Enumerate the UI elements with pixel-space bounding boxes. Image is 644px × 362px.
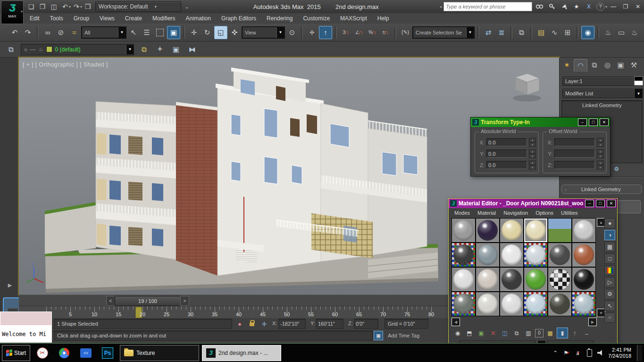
select-and-manipulate-icon[interactable]: ✜ xyxy=(228,26,241,39)
z-coord-field[interactable]: 0'0" xyxy=(354,319,378,329)
snipping-tool-icon[interactable]: ✂ xyxy=(33,345,52,361)
open-file-icon[interactable]: ❐ xyxy=(37,1,48,12)
off-z-field[interactable] xyxy=(554,161,595,169)
material-slot[interactable] xyxy=(572,292,595,316)
material-editor-titlebar[interactable]: Ӡ Material Editor - _Door Apriori N09021… xyxy=(449,199,617,208)
scene-explorer-icon[interactable]: ▤ xyxy=(535,26,547,39)
assign-material-to-selection-icon[interactable]: ▣ xyxy=(476,328,486,338)
x-coord-field[interactable]: -182'10" xyxy=(278,319,306,329)
photoshop-icon[interactable]: Ps xyxy=(98,345,117,361)
show-material-in-viewport-icon[interactable]: ▦ xyxy=(545,328,555,338)
rollout-linked-geometry[interactable]: - Linked Geometry xyxy=(561,185,642,194)
menu-animation[interactable]: Animation xyxy=(181,14,216,23)
select-by-material-icon[interactable]: ↖ xyxy=(604,301,615,311)
menu-create[interactable]: Create xyxy=(120,14,147,23)
material-slot[interactable] xyxy=(476,268,499,291)
percent-snap-toggle-icon[interactable]: %∩ xyxy=(366,26,378,39)
dialog-minimize-button[interactable]: – xyxy=(578,118,587,126)
tab-hierarchy-icon[interactable]: ⧉ xyxy=(588,59,601,71)
workspace-dropdown[interactable]: Workspace: Default ▾ xyxy=(95,1,181,12)
put-material-to-scene-icon[interactable]: ⬒ xyxy=(464,328,475,338)
start-button[interactable]: Start xyxy=(2,345,30,361)
battery-icon[interactable] xyxy=(585,349,593,357)
make-preview-icon[interactable]: ▷ xyxy=(604,277,615,287)
material-options-icon[interactable]: ⚙ xyxy=(604,289,615,299)
material-slot[interactable] xyxy=(572,243,595,267)
chrome-icon[interactable] xyxy=(55,345,74,361)
network-icon[interactable]: ᵢ𝅛✕ xyxy=(574,350,582,356)
layer-manager-icon[interactable]: ⧉ xyxy=(515,26,527,39)
menu-modifiers[interactable]: Modifiers xyxy=(147,14,181,23)
object-name-field[interactable]: Layer:1 xyxy=(562,76,637,86)
add-time-tag-field[interactable]: Add Time Tag xyxy=(385,330,428,341)
menu-maxscript[interactable]: MAXScript xyxy=(335,14,372,23)
material-slot[interactable] xyxy=(452,243,475,267)
named-selection-set-dropdown[interactable]: Create Selection Se ▼ xyxy=(412,26,475,39)
material-slot[interactable] xyxy=(500,268,523,291)
tab-create-icon[interactable]: ✶ xyxy=(560,59,573,71)
menu-views[interactable]: Views xyxy=(94,14,120,23)
material-map-navigator-icon[interactable]: ⁘ xyxy=(604,312,615,323)
select-objects-in-layer-icon[interactable]: ▣ xyxy=(170,43,182,56)
put-to-library-icon[interactable]: ▥ xyxy=(523,328,534,338)
go-forward-to-sibling-icon[interactable]: → xyxy=(581,328,592,338)
menu-utilities[interactable]: Utilities xyxy=(557,209,581,217)
rectangular-selection-region-icon[interactable] xyxy=(154,26,166,39)
tab-display-icon[interactable]: ▣ xyxy=(614,59,627,71)
redo-button[interactable]: ↷ xyxy=(22,26,34,39)
mirror-icon[interactable]: ⇄ xyxy=(482,26,494,39)
absolute-offset-mode-icon[interactable]: ✛ xyxy=(259,319,269,328)
previous-frame-button[interactable]: < xyxy=(106,296,115,306)
undo-button[interactable]: ↶ xyxy=(8,26,21,39)
go-to-parent-icon[interactable]: ↑ xyxy=(569,328,580,338)
quick-access-overflow-icon[interactable]: ⌄ xyxy=(181,1,192,12)
close-button[interactable]: ✕ xyxy=(632,2,644,11)
show-desktop-button[interactable] xyxy=(637,345,642,361)
off-z-spinner[interactable]: ▲▼ xyxy=(597,160,604,169)
dialog-restore-button[interactable]: □ xyxy=(589,118,598,126)
help-icon[interactable]: ? xyxy=(596,3,604,11)
action-center-flag-icon[interactable]: ⚑✕ xyxy=(563,350,570,356)
macro-recorder-pane[interactable] xyxy=(0,312,51,326)
menu-rendering[interactable]: Rendering xyxy=(261,14,298,23)
menu-customize[interactable]: Customize xyxy=(298,14,335,23)
material-editor-restore-button[interactable]: □ xyxy=(596,200,605,207)
material-id-channel-icon[interactable]: 0 xyxy=(535,329,544,337)
material-slot[interactable] xyxy=(524,219,547,242)
favorites-star-icon[interactable]: ★ xyxy=(572,2,581,11)
taskbar-clock[interactable]: 2:41 PM 7/24/2018 xyxy=(608,347,631,359)
window-crossing-toggle-icon[interactable]: ▣ xyxy=(167,26,180,39)
abs-y-spinner[interactable]: ▲▼ xyxy=(529,149,536,158)
help-search-input[interactable] xyxy=(443,2,532,11)
slots-scroll-left-icon[interactable]: ◀ xyxy=(452,318,460,326)
selection-lock-icon[interactable] xyxy=(247,318,257,328)
menu-edit[interactable]: Edit xyxy=(25,14,45,23)
tab-motion-icon[interactable]: ◎ xyxy=(601,59,614,71)
add-selection-to-layer-icon[interactable]: + xyxy=(154,43,166,56)
select-by-name-icon[interactable]: ☰ xyxy=(141,26,153,39)
object-color-swatch[interactable] xyxy=(634,76,643,85)
reference-coordinate-system-dropdown[interactable]: View ▼ xyxy=(242,26,285,39)
material-slot[interactable] xyxy=(524,292,547,316)
schematic-view-icon[interactable]: ⊞ xyxy=(561,26,574,39)
get-material-icon[interactable]: ◉ xyxy=(452,328,463,338)
viewport-expand-arrow[interactable]: ▶ xyxy=(6,280,14,290)
menu-graph-editors[interactable]: Graph Editors xyxy=(216,14,261,23)
menu-modes[interactable]: Modes xyxy=(451,209,474,217)
reset-map-icon[interactable]: ✕ xyxy=(488,328,498,338)
next-frame-button[interactable]: > xyxy=(180,296,189,306)
layer-manager-toggle-icon[interactable]: ⧉ xyxy=(5,43,17,56)
abs-y-field[interactable]: 0.0 xyxy=(486,150,527,158)
curve-editor-icon[interactable]: ∿ xyxy=(548,26,560,39)
select-and-manipulate-crosshair-icon[interactable]: ✣ xyxy=(306,26,318,39)
set-current-layer-icon[interactable]: ⧓ xyxy=(186,43,198,56)
make-unique-icon[interactable]: ⧉ xyxy=(511,328,522,338)
new-file-icon[interactable]: ❏ xyxy=(25,1,37,12)
material-slot[interactable] xyxy=(500,243,523,267)
abs-x-spinner[interactable]: ▲▼ xyxy=(529,138,536,147)
max-application-button[interactable]: Ӡ MAX ▾ xyxy=(1,0,24,24)
restore-button[interactable]: ❐ xyxy=(619,2,632,11)
abs-z-field[interactable]: 0.0 xyxy=(486,161,527,169)
material-slot[interactable] xyxy=(548,219,571,242)
tab-utilities-icon[interactable]: ⚒ xyxy=(627,59,640,71)
